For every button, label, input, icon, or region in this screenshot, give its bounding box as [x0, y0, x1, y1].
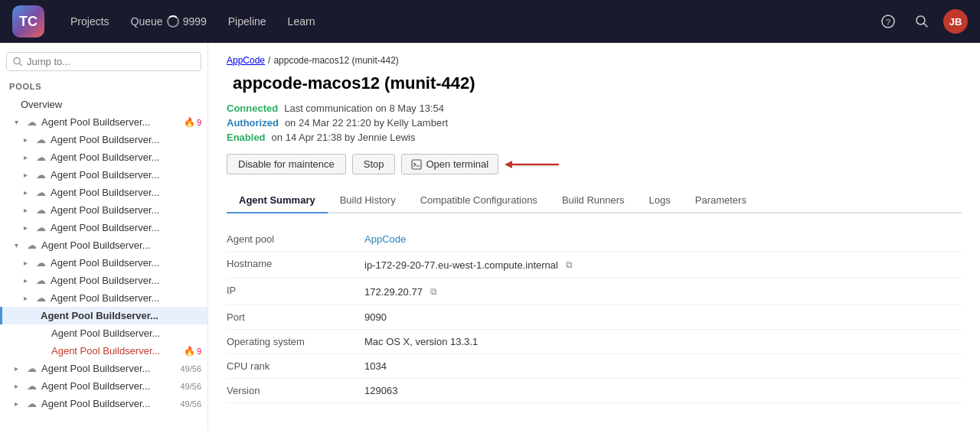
label-ip: IP — [227, 285, 364, 296]
svg-line-3 — [924, 24, 927, 27]
version-value: 129063 — [364, 385, 397, 396]
port-value: 9090 — [364, 311, 387, 323]
table-row-ip: IP 172.29.20.77 ⧉ — [227, 279, 962, 305]
sidebar-item-pool-1-2[interactable]: ▸ ☁ Agent Pool Buildserver... — [0, 148, 207, 166]
table-row-version: Version 129063 — [227, 379, 962, 403]
enabled-status: Enabled — [227, 132, 266, 143]
sidebar-search-input[interactable] — [27, 56, 194, 67]
cloud-icon: ☁ — [36, 275, 46, 286]
pool-1-3-label: Agent Pool Buildserver... — [51, 169, 159, 181]
pool-5-counts: 49/56 — [180, 399, 201, 409]
user-avatar[interactable]: JB — [943, 9, 968, 34]
chevron-right-icon[interactable]: ▸ — [15, 364, 24, 373]
nav-queue[interactable]: Queue 9999 — [123, 11, 214, 32]
sidebar-item-pool-2-2[interactable]: ▸ ☁ Agent Pool Buildserver... — [0, 272, 207, 289]
tab-parameters[interactable]: Parameters — [683, 188, 759, 213]
pool-5-label: Agent Pool Buildserver... — [41, 398, 150, 409]
pool-2-label: Agent Pool Buildserver... — [41, 239, 150, 251]
value-agent-pool: AppCode — [364, 233, 406, 245]
hostname-value: ip-172-29-20-77.eu-west-1.compute.intern… — [364, 259, 558, 271]
search-icon[interactable] — [910, 9, 934, 34]
stop-button[interactable]: Stop — [352, 154, 396, 174]
open-terminal-button[interactable]: Open terminal — [401, 154, 498, 174]
cloud-icon: ☁ — [27, 363, 37, 374]
os-value: Mac OS X, version 13.3.1 — [364, 336, 478, 347]
sidebar-item-pool-2-6[interactable]: Agent Pool Buildserver... 🔥9 — [0, 342, 207, 360]
pool-3-counts: 49/56 — [180, 364, 201, 373]
disable-maintenance-button[interactable]: Disable for maintence — [227, 154, 346, 174]
copy-ip-icon[interactable]: ⧉ — [427, 285, 440, 298]
chevron-right-icon[interactable]: ▸ — [24, 135, 33, 144]
sidebar-item-pool-1-4[interactable]: ▸ ☁ Agent Pool Buildserver... — [0, 184, 207, 201]
sidebar-item-pool-1-6[interactable]: ▸ ☁ Agent Pool Buildserver... — [0, 219, 207, 236]
tab-compatible-configs[interactable]: Compatible Configurations — [408, 188, 550, 213]
sidebar-item-pool-1[interactable]: ▾ ☁ Agent Pool Buildserver... 🔥9 — [0, 113, 207, 131]
logo[interactable]: TC — [12, 5, 44, 37]
connected-detail: Last communication on 8 May 13:54 — [284, 103, 444, 114]
sidebar-item-pool-3[interactable]: ▸ ☁ Agent Pool Buildserver... 49/56 — [0, 360, 207, 377]
sidebar-item-pool-4[interactable]: ▸ ☁ Agent Pool Buildserver... 49/56 — [0, 377, 207, 395]
search-box[interactable] — [6, 52, 201, 71]
nav-learn[interactable]: Learn — [280, 11, 323, 32]
terminal-icon — [411, 159, 422, 170]
chevron-right-icon[interactable]: ▸ — [24, 153, 33, 161]
cloud-icon: ☁ — [27, 398, 37, 409]
chevron-right-icon[interactable]: ▸ — [24, 171, 33, 179]
pool-1-1-label: Agent Pool Buildserver... — [51, 134, 159, 145]
table-row-hostname: Hostname ip-172-29-20-77.eu-west-1.compu… — [227, 252, 962, 279]
breadcrumb: AppCode / appcode-macos12 (munit-442) — [227, 55, 962, 66]
sidebar-item-pool-1-1[interactable]: ▸ ☁ Agent Pool Buildserver... — [0, 131, 207, 148]
table-row-os: Operating system Mac OS X, version 13.3.… — [227, 330, 962, 354]
sidebar-item-pool-2[interactable]: ▾ ☁ Agent Pool Buildserver... — [0, 236, 207, 254]
svg-text:?: ? — [886, 18, 890, 27]
chevron-right-icon[interactable]: ▸ — [24, 188, 33, 197]
tab-build-runners[interactable]: Build Runners — [550, 188, 637, 213]
tab-logs[interactable]: Logs — [637, 188, 683, 213]
cloud-icon: ☁ — [36, 292, 46, 304]
copy-hostname-icon[interactable]: ⧉ — [563, 258, 576, 272]
nav-right: ? JB — [876, 9, 968, 34]
sidebar-item-overview[interactable]: Overview — [0, 96, 207, 113]
page-title-text: appcode-macos12 (munit-442) — [233, 73, 475, 93]
sidebar-item-pool-2-1[interactable]: ▸ ☁ Agent Pool Buildserver... — [0, 254, 207, 272]
breadcrumb-part1[interactable]: AppCode — [227, 55, 265, 66]
nav-projects[interactable]: Projects — [63, 11, 117, 32]
pool-1-4-label: Agent Pool Buildserver... — [51, 187, 159, 198]
chevron-down-icon[interactable]: ▾ — [15, 241, 24, 249]
sidebar-item-pool-2-5[interactable]: Agent Pool Buildserver... — [0, 324, 207, 342]
chevron-right-icon[interactable]: ▸ — [15, 382, 24, 390]
sidebar-item-active-agent[interactable]: Agent Pool Buildserver... — [0, 307, 207, 324]
connected-status: Connected — [227, 103, 278, 114]
svg-rect-6 — [412, 160, 421, 169]
nav-pipeline[interactable]: Pipeline — [220, 11, 274, 32]
cloud-icon: ☁ — [36, 151, 46, 163]
sidebar-item-pool-2-3[interactable]: ▸ ☁ Agent Pool Buildserver... — [0, 289, 207, 307]
chevron-right-icon[interactable]: ▸ — [24, 276, 33, 285]
sidebar-item-pool-5[interactable]: ▸ ☁ Agent Pool Buildserver... 49/56 — [0, 395, 207, 412]
main-layout: POOLS Overview ▾ ☁ Agent Pool Buildserve… — [0, 43, 980, 430]
pools-section-label: POOLS — [0, 79, 207, 96]
page-title: appcode-macos12 (munit-442) — [227, 73, 962, 93]
chevron-right-icon[interactable]: ▸ — [24, 259, 33, 267]
help-icon[interactable]: ? — [876, 9, 900, 34]
chevron-right-icon[interactable]: ▸ — [24, 294, 33, 302]
sidebar: POOLS Overview ▾ ☁ Agent Pool Buildserve… — [0, 43, 208, 430]
cpu-value: 1034 — [364, 360, 387, 372]
agent-summary-table: Agent pool AppCode Hostname ip-172-29-20… — [227, 227, 962, 403]
sidebar-item-pool-1-5[interactable]: ▸ ☁ Agent Pool Buildserver... — [0, 201, 207, 219]
chevron-right-icon[interactable]: ▸ — [24, 223, 33, 232]
appcode-link[interactable]: AppCode — [364, 233, 406, 245]
label-port: Port — [227, 311, 364, 323]
tab-build-history[interactable]: Build History — [328, 188, 408, 213]
chevron-right-icon[interactable]: ▸ — [15, 399, 24, 408]
chevron-down-icon[interactable]: ▾ — [15, 118, 24, 126]
value-hostname: ip-172-29-20-77.eu-west-1.compute.intern… — [364, 258, 576, 272]
authorized-status-row: Authorized on 24 Mar 22 21:20 by Kelly L… — [227, 117, 962, 129]
cloud-icon: ☁ — [36, 257, 46, 269]
chevron-right-icon[interactable]: ▸ — [24, 206, 33, 214]
main-content: AppCode / appcode-macos12 (munit-442) ap… — [208, 43, 980, 430]
svg-marker-9 — [505, 161, 512, 168]
sidebar-item-pool-1-3[interactable]: ▸ ☁ Agent Pool Buildserver... — [0, 166, 207, 184]
cloud-icon: ☁ — [27, 116, 37, 128]
tab-agent-summary[interactable]: Agent Summary — [227, 188, 328, 213]
